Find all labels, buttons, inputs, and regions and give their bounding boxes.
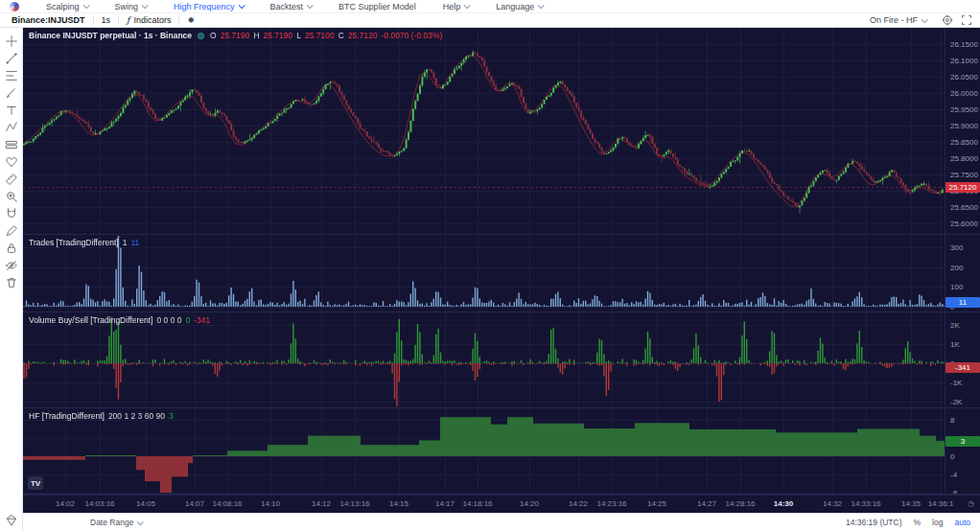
trades-axis[interactable]: 300200100011 bbox=[945, 235, 980, 312]
tool-hide-all[interactable] bbox=[3, 258, 20, 272]
volume-pane-canvas[interactable] bbox=[23, 312, 945, 407]
time-tick-label: 14:30 bbox=[774, 499, 793, 508]
time-tick-label: 14:07 bbox=[185, 499, 204, 508]
drawing-toolbar bbox=[0, 28, 23, 531]
pane-separator[interactable] bbox=[23, 407, 980, 408]
trades-pane[interactable]: Trades [TradingDifferent] 1 11 bbox=[23, 235, 945, 312]
time-axis[interactable]: ◷ 14:0214:03:1614:0514:0714:08:1614:1014… bbox=[23, 495, 980, 513]
menu-item-scalping[interactable]: Scalping bbox=[33, 0, 102, 13]
menu-item-swing[interactable]: Swing bbox=[102, 0, 161, 13]
hf-pane[interactable]: HF [TradingDifferent] 200 1 2 3 60 90 3 bbox=[23, 408, 945, 494]
axis-tick-label: 25.9500 bbox=[950, 105, 978, 114]
menu-item-label: Help bbox=[443, 2, 461, 12]
layout-select[interactable]: On Fire - HF bbox=[862, 13, 934, 28]
close-value: 25.7120 bbox=[348, 31, 378, 40]
symbol-description-label[interactable]: Binance INJUSDT perpetual · 1s · Binance bbox=[29, 31, 192, 40]
gem-icon bbox=[5, 514, 18, 527]
interval-button[interactable]: 1s bbox=[94, 13, 119, 28]
menu-item-label: Language bbox=[496, 2, 534, 12]
date-range-label: Date Range bbox=[90, 518, 133, 527]
price-axis[interactable]: 26.150026.100026.050026.000025.950025.90… bbox=[945, 28, 980, 234]
auto-scale-button[interactable]: auto bbox=[954, 518, 970, 527]
menu-item-high-frequency[interactable]: High Frequency bbox=[160, 0, 257, 13]
date-range-button[interactable]: Date Range bbox=[90, 518, 142, 527]
indicators-label: Indicators bbox=[133, 15, 171, 25]
interval-label: 1s bbox=[102, 15, 111, 25]
tool-magnet[interactable] bbox=[3, 206, 20, 220]
tool-crosshair[interactable] bbox=[3, 34, 20, 48]
tool-measure[interactable] bbox=[3, 172, 20, 186]
time-tick-label: 14:22 bbox=[569, 499, 588, 508]
close-label: C bbox=[338, 31, 344, 40]
tool-remove-all[interactable] bbox=[3, 275, 20, 289]
tool-trend-line[interactable] bbox=[3, 51, 20, 65]
clock-utc-label[interactable]: 14:36:19 (UTC) bbox=[846, 518, 902, 527]
volume-pane[interactable]: Volume Buy/Sell [TradingDifferent] 0 0 0… bbox=[23, 312, 945, 407]
axis-tick-label: 8 bbox=[950, 416, 954, 425]
percent-scale-button[interactable]: % bbox=[914, 518, 922, 527]
time-tick-label: 14:25 bbox=[647, 499, 666, 508]
pane-separator[interactable] bbox=[23, 234, 980, 235]
indicators-button[interactable]: ƒ Indicators bbox=[119, 13, 178, 28]
xabcd-pattern-icon bbox=[5, 121, 18, 134]
tool-fib-retracement[interactable] bbox=[3, 68, 20, 82]
tool-emoji[interactable] bbox=[3, 154, 20, 169]
pane-separator[interactable] bbox=[23, 312, 980, 312]
tool-drawing-mode[interactable] bbox=[3, 223, 20, 238]
price-pane-canvas[interactable] bbox=[23, 28, 945, 234]
axis-tick-label: 1K bbox=[950, 340, 960, 349]
axis-tick-label: 25.6500 bbox=[950, 203, 978, 212]
hf-pane-canvas[interactable] bbox=[23, 408, 945, 494]
time-tick-label: 14:28:16 bbox=[725, 499, 755, 508]
timezone-clock-icon[interactable]: ◷ bbox=[968, 499, 974, 508]
trades-param: 1 bbox=[123, 238, 128, 247]
price-pane[interactable]: Binance INJUSDT perpetual · 1s · Binance… bbox=[23, 28, 945, 234]
menu-item-language[interactable]: Language bbox=[482, 0, 556, 13]
change-value: -0.0070 (-0.03%) bbox=[382, 31, 443, 40]
pane-separator[interactable] bbox=[23, 494, 980, 495]
tool-lock-all[interactable] bbox=[3, 241, 20, 255]
time-tick-label: 14:27 bbox=[697, 499, 716, 508]
last-value-tag: 3 bbox=[945, 436, 980, 447]
time-tick-label: 14:15 bbox=[389, 499, 408, 508]
volume-title[interactable]: Volume Buy/Sell [TradingDifferent] bbox=[29, 315, 152, 325]
symbol-search-button[interactable]: Binance:INJUSDT bbox=[4, 13, 93, 28]
time-tick-label: 14:20 bbox=[520, 499, 539, 508]
chevron-down-icon bbox=[307, 2, 314, 9]
menu-item-label: Scalping bbox=[46, 2, 80, 12]
app-logo-icon[interactable] bbox=[10, 2, 19, 12]
tool-text[interactable] bbox=[3, 103, 20, 117]
menu-item-backtest[interactable]: Backtest bbox=[257, 0, 326, 13]
tool-object-tree[interactable] bbox=[3, 513, 20, 527]
axis-tick-label: 2K bbox=[950, 321, 960, 330]
axis-tick-label: 100 bbox=[950, 283, 963, 291]
tool-brush[interactable] bbox=[3, 85, 20, 100]
axis-tick-label: 300 bbox=[950, 243, 963, 252]
hf-axis[interactable]: 840-4-83 bbox=[945, 408, 980, 494]
trades-pane-canvas[interactable] bbox=[23, 235, 945, 312]
tool-zoom-in[interactable] bbox=[3, 189, 20, 203]
live-status-icon[interactable] bbox=[198, 33, 204, 39]
tool-xabcd-pattern[interactable] bbox=[3, 120, 20, 134]
volume-params: 0 0 0 0 bbox=[156, 315, 181, 325]
trades-title[interactable]: Trades [TradingDifferent] bbox=[29, 238, 119, 247]
templates-star-button[interactable]: ✸ bbox=[179, 13, 202, 28]
layout-name-label: On Fire - HF bbox=[870, 15, 918, 25]
lock-icon bbox=[5, 242, 18, 255]
ruler-icon bbox=[5, 173, 18, 186]
brush-icon bbox=[5, 86, 18, 100]
log-scale-button[interactable]: log bbox=[932, 518, 943, 527]
menu-item-btc-supplier-model[interactable]: BTC Supplier Model bbox=[325, 0, 430, 13]
volume-axis[interactable]: 2K1K0-1K-2K-341 bbox=[945, 312, 980, 407]
tool-long-short-position[interactable] bbox=[3, 137, 20, 151]
time-tick-label: 14:32 bbox=[823, 499, 842, 508]
axis-tick-label: 25.6000 bbox=[950, 219, 978, 228]
axis-tick-label: 25.7500 bbox=[950, 171, 978, 179]
settings-gear-button[interactable] bbox=[942, 14, 953, 26]
menu-item-help[interactable]: Help bbox=[430, 0, 483, 13]
menu-item-label: Swing bbox=[115, 2, 139, 12]
time-tick-label: 14:33:16 bbox=[851, 499, 880, 508]
tradingview-logo[interactable]: TV bbox=[28, 476, 43, 490]
hf-title[interactable]: HF [TradingDifferent] bbox=[29, 411, 105, 421]
fullscreen-button[interactable] bbox=[961, 14, 972, 26]
